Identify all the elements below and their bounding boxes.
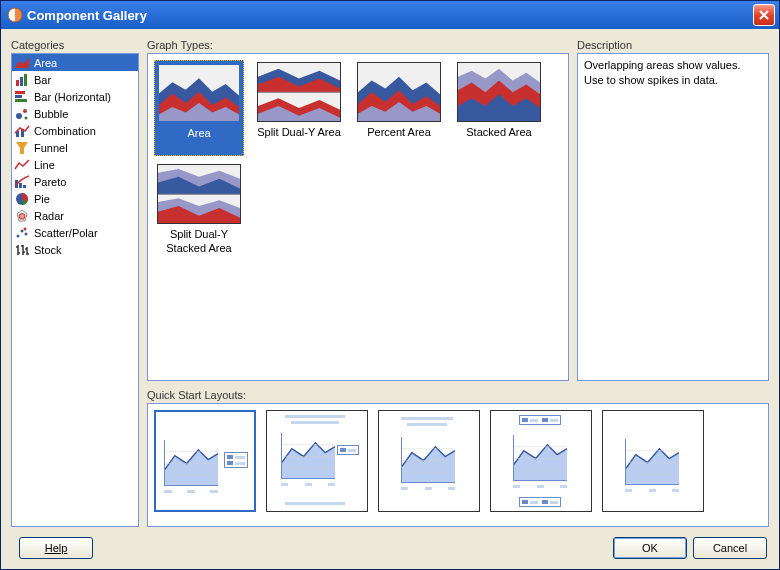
svg-point-8: [16, 113, 22, 119]
category-label: Radar: [34, 210, 64, 222]
graph-thumbnail: [157, 63, 241, 123]
layout-item-chart-only[interactable]: [602, 410, 704, 512]
graph-type-label: Split Dual-Y Area: [257, 126, 341, 152]
svg-rect-6: [15, 95, 22, 98]
layout-item-title-chart-wide[interactable]: [378, 410, 480, 512]
combination-icon: [14, 123, 30, 139]
layout-item-chart-legend-right[interactable]: [154, 410, 256, 512]
svg-rect-5: [15, 91, 25, 94]
svg-rect-4: [24, 74, 27, 86]
svg-point-10: [25, 116, 28, 119]
svg-point-17: [17, 234, 20, 237]
graph-thumbnail: [357, 62, 441, 122]
category-label: Area: [34, 57, 57, 69]
category-label: Bar: [34, 74, 51, 86]
dialog-content: Categories AreaBarBar (Horizontal)Bubble…: [1, 29, 779, 569]
titlebar: Component Gallery: [1, 1, 779, 29]
category-label: Combination: [34, 125, 96, 137]
category-label: Pie: [34, 193, 50, 205]
quick-start-label: Quick Start Layouts:: [147, 389, 769, 401]
close-button[interactable]: [753, 4, 775, 26]
description-text: Overlapping areas show values. Use to sh…: [577, 53, 769, 381]
svg-rect-3: [20, 77, 23, 86]
category-label: Line: [34, 159, 55, 171]
layout-item-legend-top-bottom[interactable]: [490, 410, 592, 512]
funnel-icon: [14, 140, 30, 156]
quick-start-panel: [147, 403, 769, 527]
graph-type-label: Stacked Area: [466, 126, 531, 152]
cancel-button[interactable]: Cancel: [693, 537, 767, 559]
category-label: Bar (Horizontal): [34, 91, 111, 103]
category-item-pareto[interactable]: Pareto: [12, 173, 138, 190]
svg-rect-14: [19, 183, 22, 188]
ok-button[interactable]: OK: [613, 537, 687, 559]
graph-thumbnail: [257, 62, 341, 122]
graph-type-split-dual-y-area[interactable]: Split Dual-Y Area: [254, 60, 344, 156]
bar-icon: [14, 72, 30, 88]
categories-label: Categories: [11, 39, 139, 51]
quick-start-section: Quick Start Layouts:: [147, 389, 769, 527]
graph-types-grid: AreaSplit Dual-Y AreaPercent AreaStacked…: [154, 60, 562, 258]
graph-types-panel: AreaSplit Dual-Y AreaPercent AreaStacked…: [147, 53, 569, 381]
category-item-area[interactable]: Area: [12, 54, 138, 71]
graph-type-label: Percent Area: [367, 126, 431, 152]
svg-point-9: [23, 109, 27, 113]
category-item-stock[interactable]: Stock: [12, 241, 138, 258]
svg-point-20: [24, 227, 27, 230]
graph-type-stacked-area[interactable]: Stacked Area: [454, 60, 544, 156]
svg-point-19: [25, 232, 28, 235]
svg-rect-7: [15, 99, 27, 102]
category-label: Stock: [34, 244, 62, 256]
bar-horizontal-icon: [14, 89, 30, 105]
graph-types-section: Graph Types: AreaSplit Dual-Y AreaPercen…: [147, 39, 569, 381]
bubble-icon: [14, 106, 30, 122]
description-label: Description: [577, 39, 769, 51]
graph-type-label: Area: [187, 127, 210, 153]
category-item-bar[interactable]: Bar: [12, 71, 138, 88]
category-label: Funnel: [34, 142, 68, 154]
dialog-window: Component Gallery Categories AreaBarBar …: [0, 0, 780, 570]
help-button[interactable]: Help: [19, 537, 93, 559]
category-label: Scatter/Polar: [34, 227, 98, 239]
graph-thumbnail: [457, 62, 541, 122]
category-label: Pareto: [34, 176, 66, 188]
radar-icon: [14, 208, 30, 224]
category-item-combination[interactable]: Combination: [12, 122, 138, 139]
category-item-bar-horizontal-[interactable]: Bar (Horizontal): [12, 88, 138, 105]
svg-rect-2: [16, 80, 19, 86]
app-icon: [7, 7, 23, 23]
button-row: Help OK Cancel: [11, 535, 769, 559]
category-item-radar[interactable]: Radar: [12, 207, 138, 224]
graph-type-percent-area[interactable]: Percent Area: [354, 60, 444, 156]
svg-rect-15: [23, 185, 26, 188]
category-item-funnel[interactable]: Funnel: [12, 139, 138, 156]
scatter-icon: [14, 225, 30, 241]
category-label: Bubble: [34, 108, 68, 120]
graph-type-split-dual-y-stacked-area[interactable]: Split Dual-Y Stacked Area: [154, 162, 244, 258]
category-item-bubble[interactable]: Bubble: [12, 105, 138, 122]
area-icon: [14, 55, 30, 71]
description-section: Description Overlapping areas show value…: [577, 39, 769, 381]
graph-type-label: Split Dual-Y Stacked Area: [156, 228, 242, 256]
window-title: Component Gallery: [27, 8, 753, 23]
pie-icon: [14, 191, 30, 207]
category-item-scatter-polar[interactable]: Scatter/Polar: [12, 224, 138, 241]
category-item-line[interactable]: Line: [12, 156, 138, 173]
layout-item-title-chart-footer[interactable]: [266, 410, 368, 512]
close-icon: [758, 9, 770, 21]
graph-types-label: Graph Types:: [147, 39, 569, 51]
categories-section: Categories AreaBarBar (Horizontal)Bubble…: [11, 39, 139, 527]
svg-point-18: [21, 229, 24, 232]
line-icon: [14, 157, 30, 173]
categories-list[interactable]: AreaBarBar (Horizontal)BubbleCombination…: [11, 53, 139, 527]
category-item-pie[interactable]: Pie: [12, 190, 138, 207]
graph-thumbnail: [157, 164, 241, 224]
graph-type-area[interactable]: Area: [154, 60, 244, 156]
stock-icon: [14, 242, 30, 258]
pareto-icon: [14, 174, 30, 190]
